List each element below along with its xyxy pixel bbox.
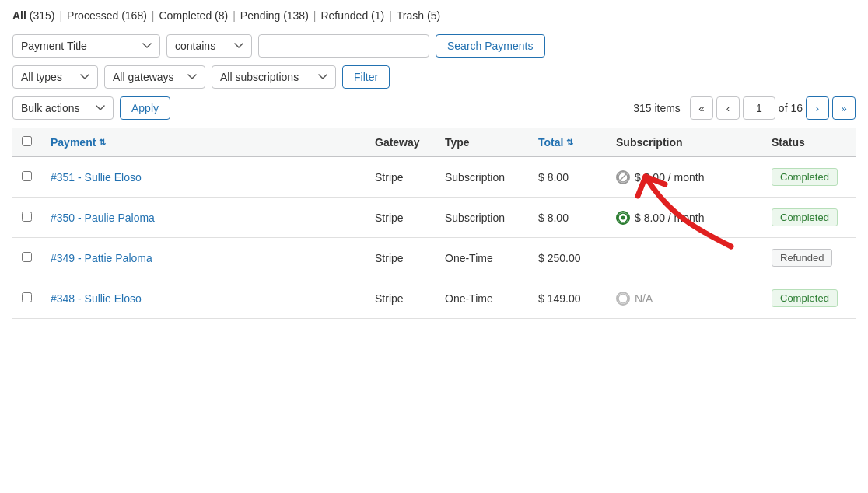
apply-button[interactable]: Apply — [120, 96, 170, 120]
tab-refunded[interactable]: Refunded (1) — [320, 9, 384, 22]
gateway-cell: Stripe — [366, 198, 436, 238]
contains-select[interactable]: contains — [166, 34, 252, 58]
payment-link[interactable]: #350 - Paulie Paloma — [51, 212, 155, 224]
sep3: | — [233, 9, 236, 22]
tab-all-label[interactable]: All (315) — [12, 9, 54, 22]
all-gateways-select[interactable]: All gateways — [104, 65, 205, 89]
row-checkbox[interactable] — [22, 212, 32, 222]
subscription-cell: $ 8.00 / month — [607, 157, 762, 198]
table-wrapper: Payment ⇅ Gateway Type Total ⇅ — [12, 128, 856, 319]
payment-column-header[interactable]: Payment ⇅ — [41, 128, 366, 157]
status-column-header: Status — [762, 128, 856, 157]
subscription-pending-icon — [616, 292, 630, 306]
status-cell: Refunded — [762, 238, 856, 278]
last-page-button[interactable]: » — [832, 96, 856, 120]
gateway-column-header: Gateway — [366, 128, 436, 157]
filter-toolbar-row: All types All gateways All subscriptions… — [12, 65, 856, 89]
payment-link[interactable]: #349 - Pattie Paloma — [51, 252, 152, 264]
payment-cell: #349 - Pattie Paloma — [41, 238, 366, 278]
gateway-cell: Stripe — [366, 157, 436, 198]
next-page-button[interactable]: › — [806, 96, 829, 120]
payment-link[interactable]: #348 - Sullie Eloso — [51, 292, 142, 305]
subscription-column-header: Subscription — [607, 128, 762, 157]
table-row: #348 - Sullie ElosoStripeOne-Time$ 149.0… — [12, 278, 856, 319]
tab-all-count: (315) — [30, 9, 55, 22]
prev-page-button[interactable]: ‹ — [716, 96, 740, 120]
row-checkbox-cell[interactable] — [12, 157, 41, 198]
status-badge: Completed — [772, 289, 838, 307]
status-cell: Completed — [762, 157, 856, 198]
total-cell: $ 8.00 — [529, 198, 607, 238]
row-checkbox-cell[interactable] — [12, 278, 41, 319]
svg-point-3 — [621, 215, 625, 219]
payment-link[interactable]: #351 - Sullie Eloso — [51, 171, 142, 184]
bulk-toolbar-row: Bulk actions Apply 315 items « ‹ of 16 ›… — [12, 96, 856, 120]
table-row: #349 - Pattie PalomaStripeOne-Time$ 250.… — [12, 238, 856, 278]
status-cell: Completed — [762, 278, 856, 319]
total-cell: $ 250.00 — [529, 238, 607, 278]
payment-cell: #348 - Sullie Eloso — [41, 278, 366, 319]
type-cell: One-Time — [436, 278, 529, 319]
page-number-input[interactable] — [743, 96, 775, 120]
subscription-text: $ 8.00 / month — [635, 212, 705, 224]
row-checkbox[interactable] — [22, 171, 32, 181]
tab-trash[interactable]: Trash (5) — [397, 9, 440, 22]
tab-completed[interactable]: Completed (8) — [159, 9, 228, 22]
pagination: 315 items « ‹ of 16 › » — [633, 96, 856, 120]
select-all-header[interactable] — [12, 128, 41, 157]
type-cell: Subscription — [436, 157, 529, 198]
gateway-cell: Stripe — [366, 278, 436, 319]
payments-table: Payment ⇅ Gateway Type Total ⇅ — [12, 128, 856, 319]
status-badge: Completed — [772, 168, 838, 186]
table-body: #351 - Sullie ElosoStripeSubscription$ 8… — [12, 157, 856, 319]
status-badge: Refunded — [772, 249, 832, 267]
total-cell: $ 8.00 — [529, 157, 607, 198]
table-header-row: Payment ⇅ Gateway Type Total ⇅ — [12, 128, 856, 157]
payment-cell: #350 - Paulie Paloma — [41, 198, 366, 238]
tab-pending[interactable]: Pending (138) — [240, 9, 309, 22]
search-payments-button[interactable]: Search Payments — [436, 34, 545, 58]
total-cell: $ 149.00 — [529, 278, 607, 319]
total-sort-link[interactable]: Total ⇅ — [538, 136, 573, 149]
row-checkbox-cell[interactable] — [12, 238, 41, 278]
table-row: #350 - Paulie PalomaStripeSubscription$ … — [12, 198, 856, 238]
all-types-select[interactable]: All types — [12, 65, 98, 89]
row-checkbox-cell[interactable] — [12, 198, 41, 238]
type-column-header: Type — [436, 128, 529, 157]
subscription-active-icon — [616, 211, 630, 225]
subscription-cell: N/A — [607, 278, 762, 319]
total-column-header[interactable]: Total ⇅ — [529, 128, 607, 157]
row-checkbox[interactable] — [22, 292, 32, 302]
subscription-text: $ 8.00 / month — [635, 171, 705, 184]
tab-processed[interactable]: Processed (168) — [67, 9, 147, 22]
row-checkbox[interactable] — [22, 252, 32, 262]
subscription-cell: $ 8.00 / month — [607, 198, 762, 238]
sep2: | — [152, 9, 155, 22]
subscription-text: N/A — [635, 292, 653, 305]
total-pages: of 16 — [779, 102, 803, 114]
type-cell: Subscription — [436, 198, 529, 238]
payment-sort-link[interactable]: Payment ⇅ — [51, 136, 106, 149]
subscription-cell — [607, 238, 762, 278]
svg-line-1 — [620, 174, 626, 180]
sep1: | — [59, 9, 62, 22]
sep4: | — [313, 9, 317, 22]
search-toolbar-row: Payment Title contains Search Payments — [12, 34, 856, 58]
payment-title-select[interactable]: Payment Title — [12, 34, 160, 58]
filter-button[interactable]: Filter — [342, 65, 390, 89]
payment-cell: #351 - Sullie Eloso — [41, 157, 366, 198]
bulk-actions-select[interactable]: Bulk actions — [12, 96, 114, 120]
items-count: 315 items — [633, 102, 681, 114]
status-badge: Completed — [772, 208, 838, 226]
first-page-button[interactable]: « — [690, 96, 713, 120]
type-cell: One-Time — [436, 238, 529, 278]
status-cell: Completed — [762, 198, 856, 238]
select-all-checkbox[interactable] — [22, 136, 32, 146]
search-input[interactable] — [258, 34, 429, 58]
all-subscriptions-select[interactable]: All subscriptions — [212, 65, 336, 89]
filter-tabs: All (315) | Processed (168) | Completed … — [12, 9, 856, 22]
svg-point-4 — [618, 294, 628, 303]
tab-all-text: All — [12, 9, 26, 22]
payment-sort-icon: ⇅ — [99, 138, 106, 148]
table-row: #351 - Sullie ElosoStripeSubscription$ 8… — [12, 157, 856, 198]
